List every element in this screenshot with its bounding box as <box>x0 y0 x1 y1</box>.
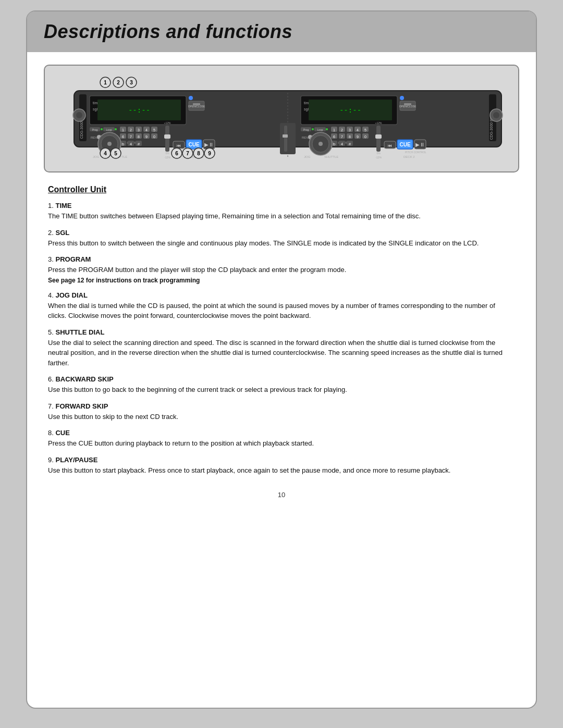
svg-text:0%: 0% <box>165 152 169 155</box>
svg-text:1: 1 <box>104 80 107 85</box>
svg-text:8: 8 <box>138 135 140 139</box>
svg-text:JOG: JOG <box>304 155 311 158</box>
item-program: 3. PROGRAM Press the PROGRAM button and … <box>48 255 515 284</box>
device-diagram: 1 2 3 CDG-3000 PRO time sgl --:-- OPEN/C… <box>44 65 519 172</box>
svg-text:-12%: -12% <box>164 156 170 159</box>
svg-text:Loop: Loop <box>317 128 323 131</box>
item-time: 1. TIME The TIME button switches between… <box>48 202 515 221</box>
svg-text:#: # <box>138 142 140 146</box>
svg-text:PITCH CONTROL: PITCH CONTROL <box>405 151 426 154</box>
svg-text:3: 3 <box>349 128 351 132</box>
svg-text:4: 4 <box>130 142 132 146</box>
svg-text:SHUTTLE: SHUTTLE <box>324 155 338 158</box>
svg-text:5: 5 <box>114 151 117 156</box>
item-jog-dial: 4. JOG DIAL When the dial is turned whil… <box>48 291 515 321</box>
svg-point-20 <box>101 128 103 130</box>
svg-text:▶⏸: ▶⏸ <box>415 142 425 147</box>
svg-text:DECK 2: DECK 2 <box>403 155 415 158</box>
svg-text:0: 0 <box>364 135 366 139</box>
svg-rect-143 <box>284 126 287 152</box>
svg-text:--:--: --:-- <box>339 106 361 114</box>
item-backward-skip: 6. BACKWARD SKIP Use this button to go b… <box>48 375 515 395</box>
svg-text:+12%: +12% <box>164 121 171 125</box>
svg-text:REV.: REV. <box>302 136 309 139</box>
svg-point-124 <box>319 142 323 146</box>
content-area: Controller Unit 1. TIME The TIME button … <box>27 185 536 475</box>
svg-text:b: b <box>333 142 336 146</box>
header-bar: Descriptions and functions <box>27 11 536 52</box>
svg-text:3: 3 <box>138 128 140 132</box>
page-title: Descriptions and functions <box>44 21 519 43</box>
svg-text:2: 2 <box>341 128 343 132</box>
svg-text:2: 2 <box>117 80 120 85</box>
svg-text:--:--: --:-- <box>128 106 150 114</box>
svg-point-86 <box>326 128 328 130</box>
page: Descriptions and functions 1 2 3 CDG-300… <box>26 10 537 709</box>
svg-text:▶⏸: ▶⏸ <box>204 142 214 147</box>
svg-text:4: 4 <box>357 128 359 132</box>
svg-text:3: 3 <box>130 80 133 85</box>
svg-rect-144 <box>283 134 288 138</box>
svg-text:9: 9 <box>357 135 359 139</box>
svg-text:8: 8 <box>197 151 200 156</box>
svg-text:CUE: CUE <box>399 142 410 147</box>
svg-point-138 <box>76 112 82 118</box>
item-shuttle-dial: 5. SHUTTLE DIAL Use the dial to select t… <box>48 328 515 368</box>
svg-text:6: 6 <box>333 135 335 139</box>
svg-text:5: 5 <box>364 128 366 132</box>
svg-point-14 <box>189 96 193 100</box>
svg-text:7: 7 <box>341 135 343 139</box>
svg-text:sgl: sgl <box>93 107 97 112</box>
item-play-pause: 9. PLAY/PAUSE Use this button to start p… <box>48 456 515 476</box>
svg-text:0: 0 <box>153 135 155 139</box>
svg-text:#: # <box>349 142 351 146</box>
svg-point-140 <box>493 112 499 118</box>
svg-text:b: b <box>122 142 125 146</box>
svg-text:⏮: ⏮ <box>388 143 392 148</box>
svg-text:7: 7 <box>186 151 189 156</box>
device-svg: 1 2 3 CDG-3000 PRO time sgl --:-- OPEN/C… <box>53 76 522 159</box>
section-title: Controller Unit <box>48 185 515 194</box>
svg-rect-55 <box>164 134 170 139</box>
svg-text:4: 4 <box>145 128 148 132</box>
svg-text:6: 6 <box>175 151 178 156</box>
svg-rect-80 <box>404 103 411 105</box>
svg-text:-12%: -12% <box>375 156 382 159</box>
item-cue: 8. CUE Press the CUE button during playb… <box>48 429 515 449</box>
svg-text:6: 6 <box>122 135 124 139</box>
svg-rect-17 <box>193 103 200 105</box>
svg-text:7: 7 <box>130 135 132 139</box>
svg-text:2: 2 <box>130 128 132 132</box>
svg-text:CUE: CUE <box>188 142 199 147</box>
svg-point-23 <box>115 128 117 130</box>
svg-text:0%: 0% <box>376 152 381 155</box>
svg-text:sgl: sgl <box>304 107 309 112</box>
svg-text:Prog: Prog <box>303 128 309 131</box>
svg-rect-118 <box>375 134 382 139</box>
svg-text:9: 9 <box>208 151 211 156</box>
svg-text:1: 1 <box>122 128 124 132</box>
item-forward-skip: 7. FORWARD SKIP Use this button to skip … <box>48 402 515 422</box>
svg-text:4: 4 <box>341 142 344 146</box>
svg-text:8: 8 <box>349 135 351 139</box>
svg-text:Loop: Loop <box>106 128 112 131</box>
svg-text:Prog: Prog <box>92 128 98 131</box>
page-number: 10 <box>27 491 536 499</box>
svg-text:9: 9 <box>145 135 148 139</box>
svg-text:1: 1 <box>333 128 335 132</box>
svg-point-77 <box>400 96 404 100</box>
item-sgl: 2. SGL Press this button to switch betwe… <box>48 229 515 249</box>
svg-point-61 <box>107 142 112 146</box>
svg-text:5: 5 <box>153 128 155 132</box>
svg-text:REV.: REV. <box>91 136 98 139</box>
svg-text:JOG: JOG <box>93 155 100 158</box>
svg-text:⏮: ⏮ <box>177 143 181 148</box>
svg-text:4: 4 <box>104 151 107 156</box>
svg-point-83 <box>312 128 314 130</box>
svg-rect-142 <box>280 123 296 154</box>
svg-text:+12%: +12% <box>375 121 382 125</box>
